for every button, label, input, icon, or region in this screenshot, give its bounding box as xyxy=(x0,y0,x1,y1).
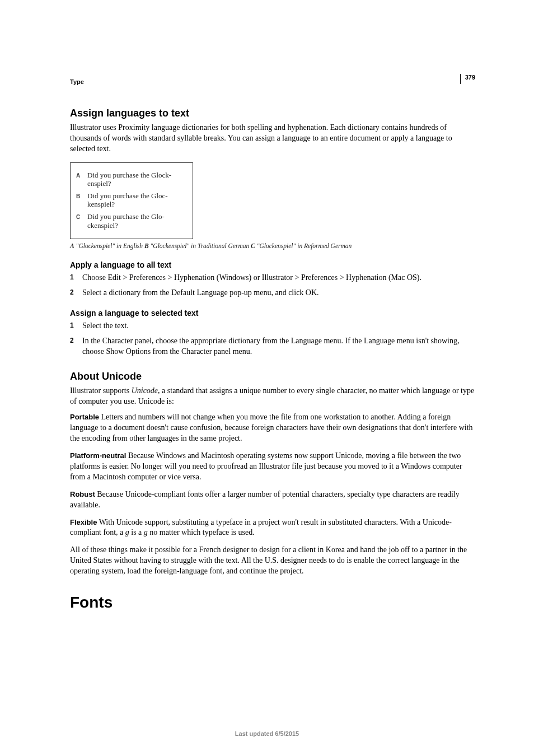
figure-row-label: A xyxy=(76,171,82,179)
subsection-apply-selected: Assign a language to selected text xyxy=(70,309,475,318)
figure-row: B Did you purchase the Gloc- kenspiel? xyxy=(76,192,187,209)
chapter-label: Type xyxy=(70,78,84,85)
header-bar: Type 379 xyxy=(70,78,475,85)
step-item: In the Character panel, choose the appro… xyxy=(70,336,475,357)
steps-apply-all: Choose Edit > Preferences > Hyphenation … xyxy=(70,273,475,298)
figure-row-text: Did you purchase the Glo- ckenspiel? xyxy=(87,212,165,230)
page-number-wrap: 379 xyxy=(460,74,475,84)
figure-row: C Did you purchase the Glo- ckenspiel? xyxy=(76,212,187,230)
figure-caption: A "Glockenspiel" in English B "Glockensp… xyxy=(70,242,475,249)
figure-hyphenation-examples: A Did you purchase the Glock- enspiel? B… xyxy=(70,162,193,240)
figure-row-text: Did you purchase the Glock- enspiel? xyxy=(87,171,171,188)
unicode-intro: Illustrator supports Unicode, a standard… xyxy=(70,386,475,407)
figure-row-label: B xyxy=(76,192,82,199)
def-flexible: Flexible With Unicode support, substitut… xyxy=(70,517,475,539)
def-platform-neutral: Platform-neutral Because Windows and Mac… xyxy=(70,451,475,483)
intro-paragraph: Illustrator uses Proximity language dict… xyxy=(70,123,475,155)
page-number: 379 xyxy=(465,74,475,81)
section-title-about-unicode: About Unicode xyxy=(70,371,475,382)
step-item: Select a dictionary from the Default Lan… xyxy=(70,288,475,298)
subsection-apply-all: Apply a language to all text xyxy=(70,260,475,269)
def-robust: Robust Because Unicode-compliant fonts o… xyxy=(70,489,475,511)
unicode-closing: All of these things make it possible for… xyxy=(70,545,475,577)
def-portable: Portable Letters and numbers will not ch… xyxy=(70,412,475,444)
figure-row-text: Did you purchase the Gloc- kenspiel? xyxy=(87,192,168,209)
step-item: Select the text. xyxy=(70,321,475,332)
footer-last-updated: Last updated 6/5/2015 xyxy=(0,730,534,737)
section-title-assign-languages: Assign languages to text xyxy=(70,108,475,119)
figure-row-label: C xyxy=(76,212,82,220)
chapter-title-fonts: Fonts xyxy=(70,594,475,612)
figure-row: A Did you purchase the Glock- enspiel? xyxy=(76,171,187,188)
steps-apply-selected: Select the text. In the Character panel,… xyxy=(70,321,475,357)
step-item: Choose Edit > Preferences > Hyphenation … xyxy=(70,273,475,283)
